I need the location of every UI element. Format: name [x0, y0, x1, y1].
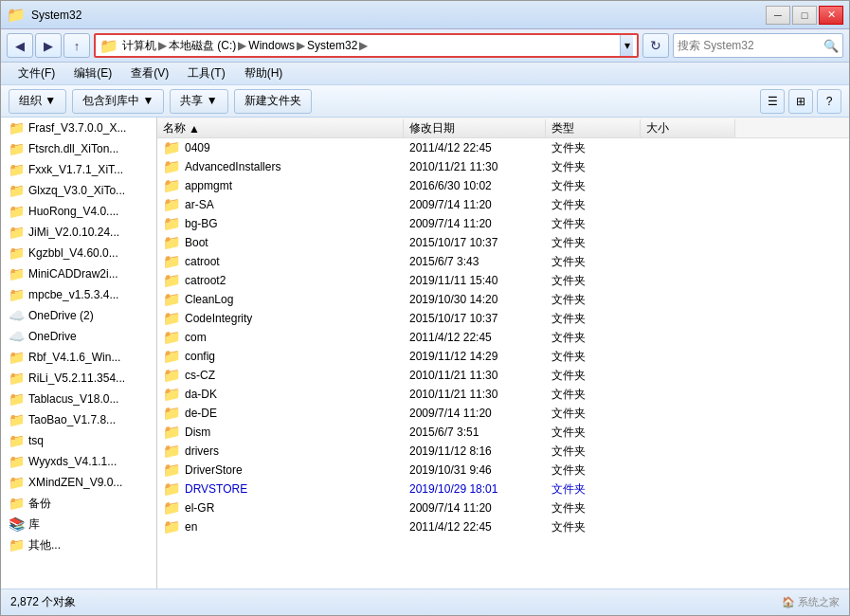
breadcrumb-windows[interactable]: Windows [248, 39, 295, 52]
file-name-label: drivers [185, 444, 219, 458]
sidebar-item[interactable]: 📁 Rbf_V4.1.6_Win... [1, 347, 156, 368]
sidebar-item[interactable]: 📁 Fxxk_V1.7.1_XiT... [1, 159, 156, 180]
tile-view-button[interactable]: ⊞ [788, 89, 813, 114]
sidebar-item-icon: 📁 [9, 371, 25, 386]
maximize-button[interactable]: □ [792, 6, 817, 25]
table-row[interactable]: 📁 drivers 2019/11/12 8:16 文件夹 [157, 442, 849, 461]
file-col-size [641, 336, 735, 338]
table-row[interactable]: 📁 cs-CZ 2010/11/21 11:30 文件夹 [157, 366, 849, 385]
up-button[interactable]: ↑ [63, 33, 90, 58]
menu-tools[interactable]: 工具(T) [178, 63, 234, 84]
file-folder-icon: 📁 [163, 462, 181, 479]
file-folder-icon: 📁 [163, 424, 181, 441]
title-bar: 📁 System32 ─ □ ✕ [1, 1, 849, 29]
col-header-date[interactable]: 修改日期 [404, 119, 546, 137]
table-row[interactable]: 📁 DriverStore 2019/10/31 9:46 文件夹 [157, 461, 849, 480]
breadcrumb-system32[interactable]: System32 [307, 39, 357, 52]
sidebar-item[interactable]: 📁 RiLi_V5.2.11.354... [1, 368, 156, 389]
table-row[interactable]: 📁 com 2011/4/12 22:45 文件夹 [157, 328, 849, 347]
sidebar-item[interactable]: 📁 TaoBao_V1.7.8... [1, 409, 156, 430]
menu-view[interactable]: 查看(V) [121, 63, 178, 84]
table-row[interactable]: 📁 CodeIntegrity 2015/10/17 10:37 文件夹 [157, 309, 849, 328]
sidebar-item-icon: 📁 [9, 266, 25, 281]
close-button[interactable]: ✕ [819, 6, 843, 25]
search-icon[interactable]: 🔍 [823, 39, 839, 53]
file-col-type: 文件夹 [546, 480, 641, 498]
breadcrumb-sep-2: ▶ [238, 39, 246, 52]
file-col-size [641, 204, 735, 206]
table-row[interactable]: 📁 da-DK 2010/11/21 11:30 文件夹 [157, 385, 849, 404]
sidebar-item[interactable]: 📁 Wyyxds_V4.1.1... [1, 451, 156, 472]
table-row[interactable]: 📁 catroot2 2019/11/11 15:40 文件夹 [157, 271, 849, 290]
forward-button[interactable]: ▶ [35, 33, 62, 58]
col-header-name[interactable]: 名称 ▲ [157, 119, 404, 137]
table-row[interactable]: 📁 bg-BG 2009/7/14 11:20 文件夹 [157, 214, 849, 233]
menu-edit[interactable]: 编辑(E) [64, 63, 121, 84]
menu-file[interactable]: 文件(F) [9, 63, 64, 84]
sidebar-item[interactable]: 📁 MiniCADDraw2i... [1, 263, 156, 284]
table-row[interactable]: 📁 ar-SA 2009/7/14 11:20 文件夹 [157, 195, 849, 214]
organize-button[interactable]: 组织 ▼ [9, 89, 66, 114]
new-folder-button[interactable]: 新建文件夹 [234, 89, 312, 114]
file-col-date: 2010/11/21 11:30 [404, 159, 546, 174]
file-col-date: 2009/7/14 11:20 [404, 197, 546, 212]
table-row[interactable]: 📁 el-GR 2009/7/14 11:20 文件夹 [157, 498, 849, 517]
file-col-size [641, 469, 735, 471]
status-right: 🏠 系统之家 [782, 595, 840, 609]
sidebar-item[interactable]: ☁️ OneDrive [1, 326, 156, 347]
table-row[interactable]: 📁 config 2019/11/12 14:29 文件夹 [157, 347, 849, 366]
table-row[interactable]: 📁 Dism 2015/6/7 3:51 文件夹 [157, 423, 849, 442]
file-col-name: 📁 CleanLog [157, 290, 404, 309]
sidebar-item[interactable]: 📁 其他... [1, 534, 156, 555]
table-row[interactable]: 📁 en 2011/4/12 22:45 文件夹 [157, 517, 849, 536]
breadcrumb-computer[interactable]: 计算机 [122, 38, 156, 54]
refresh-button[interactable]: ↻ [642, 33, 669, 58]
file-col-date: 2019/10/31 9:46 [404, 462, 546, 478]
sidebar-item[interactable]: 📁 Frasf_V3.7.0.0_X... [1, 118, 156, 138]
file-col-type: 文件夹 [546, 405, 641, 423]
table-row[interactable]: 📁 0409 2011/4/12 22:45 文件夹 [157, 138, 849, 157]
table-row[interactable]: 📁 de-DE 2009/7/14 11:20 文件夹 [157, 404, 849, 423]
col-header-size[interactable]: 大小 [641, 119, 735, 137]
file-col-name: 📁 CodeIntegrity [157, 309, 404, 328]
sidebar-item[interactable]: 📁 tsq [1, 430, 156, 451]
sidebar: 📁 Frasf_V3.7.0.0_X...📁 Ftsrch.dll_XiTon.… [1, 118, 157, 589]
sidebar-item[interactable]: 📁 Tablacus_V18.0... [1, 389, 156, 409]
minimize-button[interactable]: ─ [766, 6, 790, 25]
breadcrumb-drive[interactable]: 本地磁盘 (C:) [169, 38, 236, 54]
share-button[interactable]: 共享 ▼ [170, 89, 227, 114]
sidebar-item-label: 备份 [28, 496, 51, 512]
table-row[interactable]: 📁 appmgmt 2016/6/30 10:02 文件夹 [157, 176, 849, 195]
menu-help[interactable]: 帮助(H) [235, 63, 293, 84]
sidebar-item[interactable]: 📁 Glxzq_V3.0_XiTo... [1, 180, 156, 201]
back-button[interactable]: ◀ [7, 33, 33, 58]
file-col-date: 2015/10/17 10:37 [404, 235, 546, 250]
table-row[interactable]: 📁 DRVSTORE 2019/10/29 18:01 文件夹 [157, 480, 849, 498]
sidebar-item[interactable]: 📁 mpcbe_v1.5.3.4... [1, 284, 156, 305]
sidebar-item[interactable]: 📁 JiMi_V2.0.10.24... [1, 222, 156, 243]
address-folder-icon: 📁 [99, 37, 118, 55]
search-input[interactable] [678, 39, 823, 52]
list-view-button[interactable]: ☰ [760, 89, 785, 114]
sidebar-item[interactable]: 📁 备份 [1, 493, 156, 514]
table-row[interactable]: 📁 CleanLog 2019/10/30 14:20 文件夹 [157, 290, 849, 309]
sidebar-item-label: HuoRong_V4.0.... [28, 205, 118, 218]
file-col-type: 文件夹 [546, 386, 641, 404]
address-box[interactable]: 📁 计算机 ▶ 本地磁盘 (C:) ▶ Windows ▶ System32 ▶… [94, 33, 639, 58]
address-dropdown-button[interactable]: ▾ [620, 35, 633, 56]
sidebar-item[interactable]: 📁 HuoRong_V4.0.... [1, 201, 156, 222]
table-row[interactable]: 📁 Boot 2015/10/17 10:37 文件夹 [157, 233, 849, 252]
file-col-size [641, 242, 735, 244]
include-library-button[interactable]: 包含到库中 ▼ [72, 89, 164, 114]
sidebar-item[interactable]: ☁️ OneDrive (2) [1, 305, 156, 326]
help-button[interactable]: ? [817, 89, 841, 114]
sidebar-item[interactable]: 📚 库 [1, 514, 156, 534]
sidebar-item[interactable]: 📁 Ftsrch.dll_XiTon... [1, 138, 156, 159]
sidebar-item[interactable]: 📁 Kgzbbl_V4.60.0... [1, 243, 156, 263]
sidebar-item[interactable]: 📁 XMindZEN_V9.0... [1, 472, 156, 493]
table-row[interactable]: 📁 catroot 2015/6/7 3:43 文件夹 [157, 252, 849, 271]
table-row[interactable]: 📁 AdvancedInstallers 2010/11/21 11:30 文件… [157, 157, 849, 176]
col-header-type[interactable]: 类型 [546, 119, 641, 137]
file-folder-icon: 📁 [163, 215, 181, 232]
file-folder-icon: 📁 [163, 405, 181, 422]
